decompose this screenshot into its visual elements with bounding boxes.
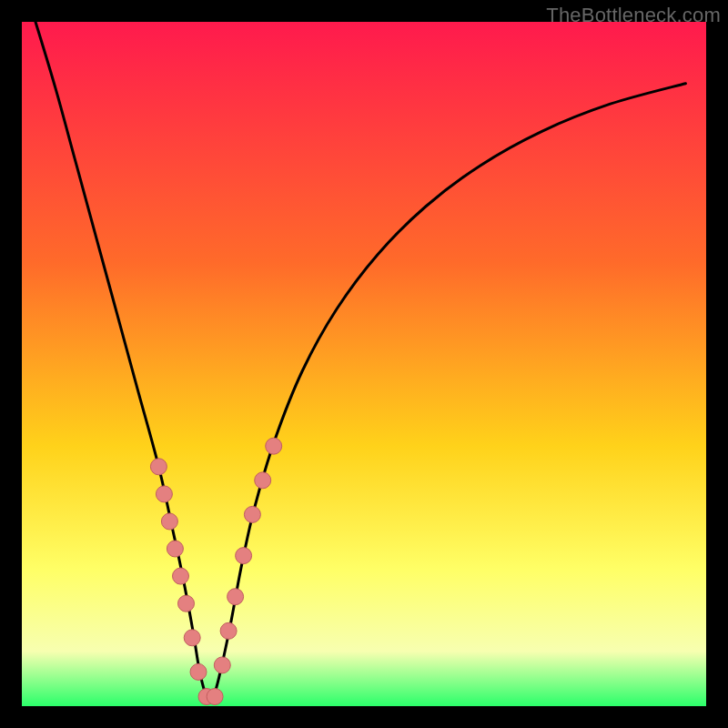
scatter-dot (236, 548, 252, 564)
scatter-dot (255, 472, 271, 489)
scatter-dot (266, 438, 282, 454)
bottleneck-curve (35, 22, 685, 699)
scatter-dot (207, 689, 223, 705)
chart-frame (22, 22, 706, 706)
scatter-dot (178, 595, 195, 612)
scatter-dot (220, 622, 237, 639)
scatter-dot (156, 486, 172, 502)
scatter-dot (167, 541, 183, 557)
scatter-dot (184, 630, 200, 646)
scatter-dots (150, 438, 281, 704)
scatter-dot (150, 459, 167, 475)
scatter-dot (228, 589, 244, 605)
scatter-dot (161, 513, 177, 530)
scatter-dot (244, 506, 260, 522)
scatter-dot (214, 657, 230, 673)
scatter-dot (190, 663, 207, 680)
scatter-dot (173, 568, 189, 584)
chart-plot (22, 22, 706, 706)
